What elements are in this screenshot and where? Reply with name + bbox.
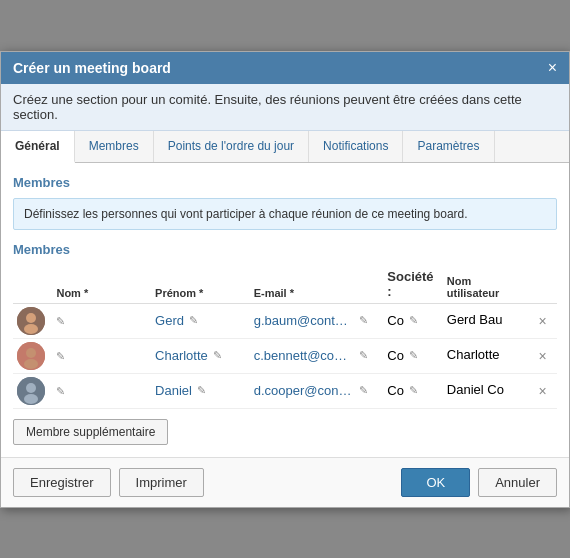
avatar [17,307,45,335]
table-row: ✎Charlotte✎c.bennett@contel✎Co✎Charlotte… [13,338,557,373]
create-meeting-dialog: Créer un meeting board × Créez une secti… [0,51,570,508]
section-title-membres: Membres [13,175,557,190]
members-subtitle: Membres [13,242,557,257]
ok-button[interactable]: OK [401,468,470,497]
dialog-subheader: Créez une section pour un comité. Ensuit… [1,84,569,131]
nom-utilisateur-value: Charlotte [447,347,500,362]
col-avatar-header [13,265,52,304]
col-prenom-header: Prénom * [151,265,250,304]
nom-utilisateur-cell: Daniel Co [443,373,531,408]
col-nom-header: Nom * [52,265,151,304]
nom-value[interactable]: Gerd [155,313,184,328]
nom-cell: Daniel✎ [151,373,250,408]
email-value[interactable]: g.baum@contelo. [254,313,354,328]
dialog-body: Membres Définissez les personnes qui von… [1,163,569,457]
col-nom-util-header: Nom utilisateur [443,265,531,304]
svg-point-2 [24,324,38,334]
nom-edit-icon[interactable]: ✎ [213,349,222,362]
societe-edit-icon[interactable]: ✎ [409,349,418,362]
remove-icon[interactable]: × [534,346,550,366]
email-cell: d.cooper@conteli✎ [250,373,384,408]
print-button[interactable]: Imprimer [119,468,204,497]
email-value[interactable]: d.cooper@conteli [254,383,354,398]
societe-edit-icon[interactable]: ✎ [409,314,418,327]
avatar [17,377,45,405]
nom-utilisateur-value: Daniel Co [447,382,504,397]
societe-value: Co [387,383,404,398]
row-edit-icon[interactable]: ✎ [52,338,151,373]
footer-left: Enregistrer Imprimer [13,468,204,497]
tab-bar: Général Membres Points de l'ordre du jou… [1,131,569,163]
remove-icon[interactable]: × [534,311,550,331]
svg-point-7 [26,383,36,393]
nom-cell: Gerd✎ [151,303,250,338]
avatar-cell [13,373,52,408]
table-row: ✎Gerd✎g.baum@contelo.✎Co✎Gerd Bau× [13,303,557,338]
close-icon[interactable]: × [548,60,557,76]
tab-notifications[interactable]: Notifications [309,131,403,162]
societe-cell: Co✎ [383,338,442,373]
nom-utilisateur-value: Gerd Bau [447,312,503,327]
table-row: ✎Daniel✎d.cooper@conteli✎Co✎Daniel Co× [13,373,557,408]
remove-cell[interactable]: × [530,373,557,408]
info-box: Définissez les personnes qui vont partic… [13,198,557,230]
societe-value: Co [387,313,404,328]
row-edit-icon[interactable]: ✎ [52,373,151,408]
nom-value[interactable]: Charlotte [155,348,208,363]
footer-right: OK Annuler [401,468,557,497]
avatar-image [17,377,45,405]
members-table: Nom * Prénom * E-mail * Société : Nom ut… [13,265,557,409]
societe-cell: Co✎ [383,373,442,408]
svg-point-1 [26,313,36,323]
remove-icon[interactable]: × [534,381,550,401]
email-cell: g.baum@contelo.✎ [250,303,384,338]
dialog-header: Créer un meeting board × [1,52,569,84]
societe-edit-icon[interactable]: ✎ [409,384,418,397]
svg-point-8 [24,394,38,404]
email-edit-icon[interactable]: ✎ [359,384,368,397]
remove-cell[interactable]: × [530,303,557,338]
nom-value[interactable]: Daniel [155,383,192,398]
tab-parametres[interactable]: Paramètres [403,131,494,162]
dialog-title: Créer un meeting board [13,60,171,76]
avatar-cell [13,303,52,338]
cancel-button[interactable]: Annuler [478,468,557,497]
row-edit-icon[interactable]: ✎ [52,303,151,338]
dialog-footer: Enregistrer Imprimer OK Annuler [1,457,569,507]
svg-point-5 [24,359,38,369]
avatar-image [17,307,45,335]
nom-cell: Charlotte✎ [151,338,250,373]
societe-value: Co [387,348,404,363]
tab-general[interactable]: Général [1,131,75,163]
save-button[interactable]: Enregistrer [13,468,111,497]
add-member-button[interactable]: Membre supplémentaire [13,419,168,445]
nom-edit-icon[interactable]: ✎ [189,314,198,327]
col-societe-header: Société : [383,265,442,304]
nom-utilisateur-cell: Charlotte [443,338,531,373]
avatar-cell [13,338,52,373]
societe-cell: Co✎ [383,303,442,338]
tab-points[interactable]: Points de l'ordre du jour [154,131,309,162]
tab-membres[interactable]: Membres [75,131,154,162]
svg-point-4 [26,348,36,358]
col-email-header: E-mail * [250,265,384,304]
subheader-text: Créez une section pour un comité. Ensuit… [13,92,522,122]
remove-cell[interactable]: × [530,338,557,373]
email-cell: c.bennett@contel✎ [250,338,384,373]
avatar [17,342,45,370]
avatar-image [17,342,45,370]
email-value[interactable]: c.bennett@contel [254,348,354,363]
email-edit-icon[interactable]: ✎ [359,349,368,362]
nom-utilisateur-cell: Gerd Bau [443,303,531,338]
email-edit-icon[interactable]: ✎ [359,314,368,327]
nom-edit-icon[interactable]: ✎ [197,384,206,397]
